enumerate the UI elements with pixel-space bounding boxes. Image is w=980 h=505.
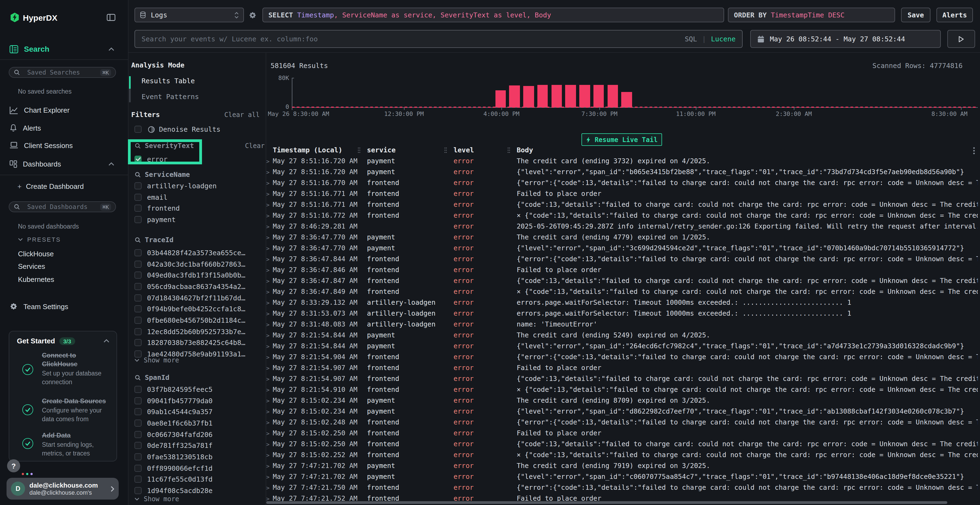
- filter-option[interactable]: 07d184304627bf2f11b67dd…: [134, 292, 260, 303]
- search-icon[interactable]: [134, 171, 141, 178]
- table-row[interactable]: > May 27 8:15:02.250 AM frontend error {…: [266, 438, 978, 449]
- expand-row-chevron-icon[interactable]: >: [266, 223, 273, 229]
- expand-row-chevron-icon[interactable]: >: [266, 267, 273, 273]
- expand-row-chevron-icon[interactable]: >: [266, 484, 273, 491]
- table-row[interactable]: > May 27 8:36:47.849 AM frontend error ×…: [266, 286, 978, 297]
- filter-option[interactable]: 049ed0ac3fdb1f3f15a0b0b…: [134, 270, 260, 281]
- expand-row-chevron-icon[interactable]: >: [266, 430, 273, 436]
- preset-clickhouse[interactable]: ClickHouse: [18, 250, 54, 258]
- create-dashboard-button[interactable]: + Create Dashboard: [0, 180, 128, 192]
- sql-mode-toggle[interactable]: SQL: [685, 35, 697, 43]
- filter-option[interactable]: payment: [134, 214, 260, 225]
- filter-checkbox[interactable]: [134, 156, 142, 163]
- table-row[interactable]: > May 27 8:21:54.907 AM frontend error {…: [266, 373, 978, 384]
- help-button[interactable]: ?: [7, 459, 20, 472]
- table-row[interactable]: > May 27 8:51:16.771 AM frontend error F…: [266, 188, 978, 199]
- table-row[interactable]: > May 27 7:47:21.702 AM payment error Th…: [266, 461, 978, 471]
- collapse-sidebar-icon[interactable]: [107, 14, 115, 21]
- expand-row-chevron-icon[interactable]: >: [266, 278, 273, 284]
- expand-row-chevron-icon[interactable]: >: [266, 158, 273, 164]
- table-row[interactable]: > May 27 8:21:54.904 AM frontend error {…: [266, 351, 978, 362]
- chevron-up-icon[interactable]: [103, 339, 110, 343]
- expand-row-chevron-icon[interactable]: >: [266, 365, 273, 371]
- filter-option[interactable]: 042a30c3dc1baf660b27863…: [134, 258, 260, 269]
- order-by-input[interactable]: ORDER BY TimestampTime DESC: [728, 8, 895, 22]
- filter-checkbox[interactable]: [134, 386, 142, 393]
- filter-option[interactable]: 0de781ff325a781f: [134, 440, 260, 451]
- user-menu[interactable]: D dale@clickhouse.com dale@clickhouse.co…: [6, 478, 119, 500]
- save-button[interactable]: Save: [901, 8, 931, 22]
- expand-row-chevron-icon[interactable]: >: [266, 213, 273, 219]
- expand-row-chevron-icon[interactable]: >: [266, 202, 273, 208]
- table-row[interactable]: > May 27 8:31:53.073 AM artillery-loadge…: [266, 308, 978, 319]
- filter-option[interactable]: 1d94f08c5acdb28e: [134, 485, 260, 496]
- table-options-kebab-icon[interactable]: [973, 147, 975, 154]
- filter-option[interactable]: artillery-loadgen: [134, 180, 260, 191]
- filter-checkbox[interactable]: [134, 431, 142, 438]
- filter-checkbox[interactable]: [134, 339, 142, 346]
- expand-row-chevron-icon[interactable]: >: [266, 387, 273, 392]
- mode-event-patterns[interactable]: Event Patterns: [142, 92, 199, 101]
- expand-row-chevron-icon[interactable]: >: [266, 452, 273, 458]
- table-row[interactable]: > May 27 8:36:47.847 AM frontend error {…: [266, 275, 978, 286]
- expand-row-chevron-icon[interactable]: >: [266, 441, 273, 447]
- saved-searches-input[interactable]: Saved Searches ⌘K: [9, 67, 116, 78]
- filter-option[interactable]: error: [134, 154, 260, 165]
- table-row[interactable]: > May 27 8:46:29.281 AM error 2025-05-26…: [266, 221, 978, 232]
- filter-checkbox[interactable]: [134, 464, 142, 472]
- expand-row-chevron-icon[interactable]: >: [266, 343, 273, 349]
- filter-checkbox[interactable]: [134, 419, 142, 427]
- table-row[interactable]: > May 27 7:47:21.702 AM payment error {"…: [266, 471, 978, 482]
- traceid-show-more[interactable]: Show more: [134, 356, 179, 364]
- search-icon[interactable]: [134, 237, 141, 243]
- table-row[interactable]: > May 27 8:15:02.250 AM frontend error F…: [266, 428, 978, 438]
- expand-row-chevron-icon[interactable]: >: [266, 289, 273, 295]
- expand-row-chevron-icon[interactable]: >: [266, 495, 273, 502]
- filter-checkbox[interactable]: [134, 408, 142, 415]
- table-row[interactable]: > May 27 8:51:16.720 AM payment error {"…: [266, 167, 978, 178]
- expand-row-chevron-icon[interactable]: >: [266, 419, 273, 425]
- filter-checkbox[interactable]: [134, 476, 142, 483]
- table-row[interactable]: > May 27 8:15:02.234 AM payment error Th…: [266, 395, 978, 406]
- table-row[interactable]: > May 27 8:36:47.844 AM frontend error {…: [266, 254, 978, 264]
- resume-live-tail-button[interactable]: Resume Live Tail: [581, 133, 662, 146]
- column-resize-handle[interactable]: [444, 147, 447, 154]
- filter-option[interactable]: 056cd9acbaac8637a4354a2…: [134, 281, 260, 292]
- filter-option[interactable]: 03f7b824595feec5: [134, 384, 260, 395]
- filter-option[interactable]: 0fae5381230518cb: [134, 451, 260, 462]
- filter-checkbox[interactable]: [134, 294, 142, 301]
- mode-results-table[interactable]: Results Table: [142, 77, 195, 85]
- expand-row-chevron-icon[interactable]: >: [266, 245, 273, 251]
- filter-option[interactable]: 0fbe680eb456750b2d1184c…: [134, 314, 260, 326]
- expand-row-chevron-icon[interactable]: >: [266, 256, 273, 262]
- filter-option[interactable]: 18287038b73e882425c64b8…: [134, 337, 260, 348]
- expand-row-chevron-icon[interactable]: >: [266, 376, 273, 382]
- filter-option[interactable]: frontend: [134, 203, 260, 214]
- run-query-button[interactable]: [947, 30, 975, 48]
- clear-all-filters-link[interactable]: Clear all: [224, 111, 260, 119]
- table-row[interactable]: > May 27 8:31:48.083 AM artillery-loadge…: [266, 319, 978, 330]
- expand-row-chevron-icon[interactable]: >: [266, 397, 273, 403]
- filter-option[interactable]: email: [134, 191, 260, 202]
- filter-checkbox[interactable]: [134, 272, 142, 279]
- filter-checkbox[interactable]: [134, 397, 142, 404]
- filter-option[interactable]: 12ec8dd52b60b9525733b7e…: [134, 326, 260, 337]
- sidebar-item-team-settings[interactable]: Team Settings: [0, 300, 128, 312]
- expand-row-chevron-icon[interactable]: >: [266, 300, 273, 306]
- filter-checkbox[interactable]: [134, 453, 142, 461]
- filter-checkbox[interactable]: [134, 487, 142, 494]
- spanid-show-more[interactable]: Show more: [134, 495, 179, 503]
- table-row[interactable]: > May 27 8:36:47.770 AM payment error {"…: [266, 243, 978, 254]
- filter-checkbox[interactable]: [134, 216, 142, 223]
- table-row[interactable]: > May 27 8:15:02.248 AM frontend error {…: [266, 417, 978, 428]
- filter-checkbox[interactable]: [134, 249, 142, 256]
- denoise-checkbox[interactable]: [134, 126, 142, 133]
- table-row[interactable]: > May 27 8:21:54.844 AM payment error {"…: [266, 341, 978, 351]
- get-started-step[interactable]: Connect to ClickHouse Set up your databa…: [42, 351, 113, 386]
- filter-option[interactable]: 09ab1c4544c9a357: [134, 406, 260, 418]
- alerts-button[interactable]: Alerts: [937, 8, 973, 22]
- get-started-step[interactable]: Create Data Sources Configure where your…: [42, 397, 114, 423]
- table-row[interactable]: > May 27 8:51:16.770 AM frontend error {…: [266, 178, 978, 188]
- preset-services[interactable]: Services: [18, 262, 45, 270]
- expand-row-chevron-icon[interactable]: >: [266, 169, 273, 175]
